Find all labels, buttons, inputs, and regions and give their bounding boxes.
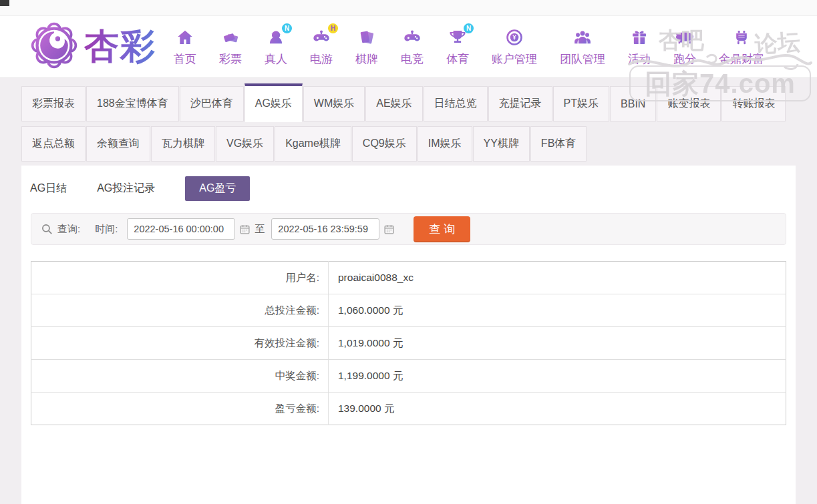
ag-profit-loss-table: 用户名: proaicai0088_xc 总投注金额: 1,060.0000 元… — [31, 261, 786, 425]
nav-live-casino[interactable]: N 真人 — [265, 27, 287, 67]
browser-top-strip — [0, 0, 817, 16]
tab-daily-summary[interactable]: 日结总览 — [424, 86, 488, 121]
row-value: 139.0000 元 — [329, 393, 786, 425]
home-icon — [176, 27, 194, 48]
new-badge: N — [464, 23, 474, 33]
rhino-icon — [673, 27, 696, 48]
nav-jinding-wealth[interactable]: 金鼎财富 — [719, 27, 764, 67]
trophy-icon: N — [448, 27, 467, 48]
row-profit-loss-amount: 盈亏金额: 139.0000 元 — [31, 393, 786, 425]
esports-gamepad-icon — [402, 27, 422, 48]
time-label: 时间: — [95, 223, 118, 236]
subtab-ag-daily[interactable]: AG日结 — [30, 176, 67, 201]
hot-badge: H — [328, 23, 338, 33]
row-label: 中奖金额: — [31, 360, 329, 393]
row-label: 用户名: — [31, 262, 329, 294]
live-person-icon: N — [267, 27, 285, 48]
tab-wm-entertainment[interactable]: WM娱乐 — [303, 86, 365, 121]
tab-rebate-total[interactable]: 返点总额 — [21, 126, 86, 162]
team-people-icon — [573, 27, 593, 48]
site-logo[interactable]: 杏彩 — [29, 21, 156, 73]
nav-paofen[interactable]: 跑分 — [673, 27, 696, 67]
tab-ag-entertainment[interactable]: AG娱乐 — [244, 83, 303, 122]
report-tabs-row-2: 返点总额 余额查询 瓦力棋牌 VG娱乐 Kgame棋牌 CQ9娱乐 IM娱乐 Y… — [21, 126, 796, 162]
tab-shaba-sport[interactable]: 沙巴体育 — [180, 86, 244, 121]
tab-balance-query[interactable]: 余额查询 — [86, 126, 150, 162]
nav-lottery[interactable]: 彩票 — [219, 27, 242, 67]
ag-subtabs: AG日结 AG投注记录 AG盈亏 — [30, 174, 787, 210]
logo-text: 杏彩 — [84, 23, 156, 70]
cards-icon — [357, 27, 376, 48]
ding-cauldron-icon — [732, 27, 751, 48]
nav-esports[interactable]: 电竞 — [401, 27, 424, 67]
row-value: 1,199.0000 元 — [329, 360, 786, 393]
nav-board-games[interactable]: 棋牌 — [355, 27, 378, 67]
subtab-ag-bet-records[interactable]: AG投注记录 — [97, 176, 155, 201]
nav-sports[interactable]: N 体育 — [446, 27, 469, 67]
row-username: 用户名: proaicai0088_xc — [31, 262, 786, 294]
row-value: 1,060.0000 元 — [329, 294, 786, 327]
row-total-bet-amount: 总投注金额: 1,060.0000 元 — [31, 294, 786, 327]
nav-home[interactable]: 首页 — [174, 27, 196, 67]
to-separator: 至 — [255, 223, 265, 236]
tab-account-change-report[interactable]: 账变报表 — [657, 86, 721, 121]
tab-cq9-entertainment[interactable]: CQ9娱乐 — [352, 126, 417, 162]
report-tabs-row-1: 彩票报表 188金宝博体育 沙巴体育 AG娱乐 WM娱乐 AE娱乐 日结总览 充… — [21, 86, 796, 122]
tab-188-jinbaobo-sport[interactable]: 188金宝博体育 — [86, 86, 179, 121]
tab-ae-entertainment[interactable]: AE娱乐 — [365, 86, 422, 121]
nav-account-management[interactable]: 账户管理 — [492, 27, 537, 67]
new-badge: N — [282, 23, 292, 33]
calendar-icon[interactable] — [383, 224, 395, 235]
account-coin-icon — [505, 27, 524, 48]
row-label: 总投注金额: — [31, 294, 329, 327]
search-icon — [41, 223, 53, 236]
main-nav: 首页 彩票 N 真人 — [174, 27, 764, 67]
main-content: 彩票报表 188金宝博体育 沙巴体育 AG娱乐 WM娱乐 AE娱乐 日结总览 充… — [0, 78, 817, 504]
tab-fb-sport[interactable]: FB体育 — [530, 126, 587, 162]
nav-egames[interactable]: H 电游 — [310, 27, 333, 67]
subtab-ag-profit-loss[interactable]: AG盈亏 — [185, 176, 250, 201]
tab-deposit-withdraw-records[interactable]: 充提记录 — [488, 86, 552, 121]
tab-transfer-report[interactable]: 转账报表 — [721, 86, 786, 121]
tab-bbin[interactable]: BBIN — [610, 86, 656, 121]
tab-wali-board-games[interactable]: 瓦力棋牌 — [151, 126, 215, 162]
date-to-input[interactable] — [271, 218, 379, 240]
row-win-amount: 中奖金额: 1,199.0000 元 — [31, 360, 786, 393]
gift-icon — [630, 27, 649, 48]
tab-kgame-board-games[interactable]: Kgame棋牌 — [275, 126, 351, 162]
row-label: 盈亏金额: — [31, 393, 329, 425]
lottery-tickets-icon — [221, 27, 240, 48]
tab-lottery-report[interactable]: 彩票报表 — [21, 86, 86, 121]
query-button[interactable]: 查 询 — [414, 216, 470, 242]
row-label: 有效投注金额: — [31, 327, 329, 360]
row-value: 1,019.0000 元 — [329, 327, 786, 360]
content-panel: AG日结 AG投注记录 AG盈亏 查询: 时间: 至 查 询 — [21, 166, 796, 504]
site-header: 杏彩 首页 彩票 — [0, 16, 817, 78]
row-value: proaicai0088_xc — [329, 262, 786, 294]
corner-artifact — [0, 0, 9, 6]
page: 杏彩 首页 彩票 — [0, 0, 817, 504]
tab-pt-entertainment[interactable]: PT娱乐 — [553, 86, 609, 121]
tab-yy-board-games[interactable]: YY棋牌 — [473, 126, 530, 162]
nav-team-management[interactable]: 团队管理 — [560, 27, 605, 67]
nav-activities[interactable]: 活动 — [628, 27, 651, 67]
logo-emblem-icon — [29, 21, 79, 73]
date-from-input[interactable] — [127, 218, 235, 240]
query-label: 查询: — [57, 223, 80, 236]
search-bar: 查询: 时间: 至 查 询 — [31, 213, 786, 245]
gamepad-icon: H — [311, 27, 331, 48]
tab-vg-entertainment[interactable]: VG娱乐 — [216, 126, 274, 162]
row-valid-bet-amount: 有效投注金额: 1,019.0000 元 — [31, 327, 786, 360]
tab-im-entertainment[interactable]: IM娱乐 — [418, 126, 472, 162]
calendar-icon[interactable] — [239, 224, 251, 235]
